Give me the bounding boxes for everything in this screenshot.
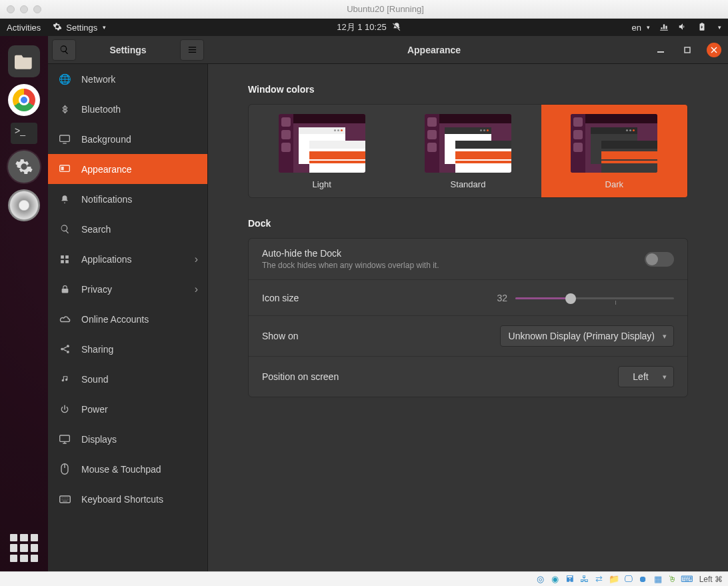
vbox-cpu-icon[interactable]: ▦: [653, 574, 663, 585]
chevron-down-icon: ▾: [647, 24, 650, 31]
autohide-sublabel: The dock hides when any windows overlap …: [262, 261, 645, 270]
window-colors-heading: Window colors: [248, 84, 688, 95]
sidebar-item-power[interactable]: Power: [48, 394, 207, 424]
vbox-shared-icon[interactable]: 📁: [609, 574, 619, 585]
lock-icon: [59, 284, 71, 295]
theme-label-dark: Dark: [555, 179, 674, 189]
host-status-toolbar: ◎ ◉ 🖬 🖧 ⇄ 📁 🖵 ⏺ ▦ 🖰 ⌨ Left ⌘: [0, 571, 728, 586]
app-menu-label: Settings: [66, 23, 97, 33]
vbox-mouse-capture-icon[interactable]: 🖰: [667, 574, 678, 585]
vbox-hdd-icon[interactable]: ◎: [535, 574, 546, 585]
theme-preview-standard: [425, 114, 511, 173]
sidebar-item-applications[interactable]: Applications›: [48, 244, 207, 274]
autohide-row: Auto-hide the Dock The dock hides when a…: [249, 239, 687, 280]
sidebar-item-network[interactable]: 🌐Network: [48, 64, 207, 94]
dock-settings-icon[interactable]: [8, 151, 40, 183]
theme-option-light[interactable]: Light: [249, 105, 395, 197]
settings-sidebar: 🌐Network Bluetooth Background Appearance…: [48, 64, 208, 571]
gear-icon: [53, 22, 62, 33]
sidebar-item-search[interactable]: Search: [48, 214, 207, 244]
sidebar-item-online-accounts[interactable]: Online Accounts: [48, 304, 207, 334]
autohide-toggle[interactable]: [645, 252, 674, 267]
settings-window: Settings Appearance 🌐Network Bluetooth B…: [48, 36, 728, 571]
dock-disc-icon[interactable]: [8, 189, 40, 221]
hamburger-menu-button[interactable]: [180, 39, 204, 61]
host-zoom-button[interactable]: [33, 5, 41, 13]
close-button[interactable]: [707, 43, 721, 57]
vbox-network-icon[interactable]: 🖧: [579, 574, 590, 585]
theme-option-dark[interactable]: Dark: [541, 105, 687, 197]
battery-icon[interactable]: [697, 22, 707, 33]
dock-terminal-icon[interactable]: >_: [11, 123, 37, 144]
theme-label-light: Light: [262, 179, 381, 189]
sidebar-item-bluetooth[interactable]: Bluetooth: [48, 94, 207, 124]
icon-size-value: 32: [487, 293, 507, 303]
app-menu[interactable]: Settings ▾: [53, 22, 106, 33]
network-icon[interactable]: [659, 22, 669, 33]
svg-rect-7: [61, 260, 64, 263]
bluetooth-icon: [59, 104, 71, 115]
share-icon: [59, 344, 71, 354]
position-row: Position on screen Left: [249, 357, 687, 397]
icon-size-slider[interactable]: [515, 291, 674, 305]
vbox-optical-icon[interactable]: ◉: [550, 574, 561, 585]
music-icon: [59, 374, 71, 385]
svg-point-9: [61, 348, 63, 351]
host-close-button[interactable]: [7, 5, 15, 13]
sidebar-item-notifications[interactable]: Notifications: [48, 184, 207, 214]
vbox-audio-icon[interactable]: 🖬: [565, 574, 575, 585]
activities-button[interactable]: Activities: [7, 23, 41, 33]
sidebar-item-appearance[interactable]: Appearance: [48, 154, 207, 184]
panel-clock[interactable]: 12月 1 10:25: [337, 21, 386, 33]
notifications-muted-icon[interactable]: [392, 22, 401, 33]
settings-content: Window colors Light: [208, 64, 728, 571]
content-title: Appearance: [215, 45, 653, 55]
sidebar-item-keyboard[interactable]: Keyboard Shortcuts: [48, 484, 207, 514]
sidebar-title: Settings: [76, 45, 180, 55]
theme-label-standard: Standard: [408, 179, 527, 189]
system-menu-arrow-icon[interactable]: ▾: [718, 24, 721, 31]
search-button[interactable]: [52, 39, 76, 61]
gnome-top-panel: Activities Settings ▾ 12月 1 10:25 en ▾ ▾: [0, 19, 728, 36]
theme-selector: Light Standard: [248, 104, 688, 198]
svg-rect-0: [657, 51, 664, 53]
svg-rect-15: [59, 496, 70, 503]
mouse-icon: [59, 463, 71, 475]
volume-icon[interactable]: [678, 22, 687, 33]
sidebar-item-displays[interactable]: Displays: [48, 424, 207, 454]
vbox-recording-icon[interactable]: ⏺: [638, 574, 649, 585]
svg-rect-2: [60, 135, 70, 141]
search-icon: [59, 224, 71, 234]
svg-rect-5: [61, 255, 64, 259]
sidebar-item-mouse[interactable]: Mouse & Touchpad: [48, 454, 207, 484]
power-icon: [59, 405, 71, 414]
sidebar-item-sharing[interactable]: Sharing: [48, 334, 207, 364]
input-source-indicator[interactable]: en ▾: [632, 23, 650, 33]
vbox-keyboard-capture-icon[interactable]: ⌨: [682, 574, 693, 585]
svg-point-10: [67, 345, 69, 347]
vbox-usb-icon[interactable]: ⇄: [594, 574, 605, 585]
theme-option-standard[interactable]: Standard: [395, 105, 541, 197]
sidebar-item-background[interactable]: Background: [48, 124, 207, 154]
keyboard-icon: [59, 495, 71, 503]
position-select[interactable]: Left: [618, 366, 674, 387]
show-applications-button[interactable]: [10, 534, 38, 562]
monitor-icon: [59, 135, 71, 144]
dock-chrome-icon[interactable]: [8, 84, 40, 116]
bell-icon: [59, 194, 71, 205]
svg-rect-1: [685, 47, 690, 53]
host-minimize-button[interactable]: [20, 5, 28, 13]
maximize-button[interactable]: [680, 43, 695, 57]
host-key-indicator: Left ⌘: [699, 575, 723, 584]
sidebar-item-privacy[interactable]: Privacy›: [48, 274, 207, 304]
svg-rect-4: [61, 167, 64, 170]
theme-preview-light: [279, 114, 365, 173]
dock-files-icon[interactable]: [8, 45, 40, 77]
icon-size-label: Icon size: [262, 293, 487, 303]
theme-preview-dark: [571, 114, 657, 173]
minimize-button[interactable]: [653, 43, 668, 57]
vbox-display-icon[interactable]: 🖵: [623, 574, 634, 585]
sidebar-item-sound[interactable]: Sound: [48, 364, 207, 394]
show-on-select[interactable]: Unknown Display (Primary Display): [500, 325, 674, 347]
host-window-controls[interactable]: [7, 5, 41, 13]
